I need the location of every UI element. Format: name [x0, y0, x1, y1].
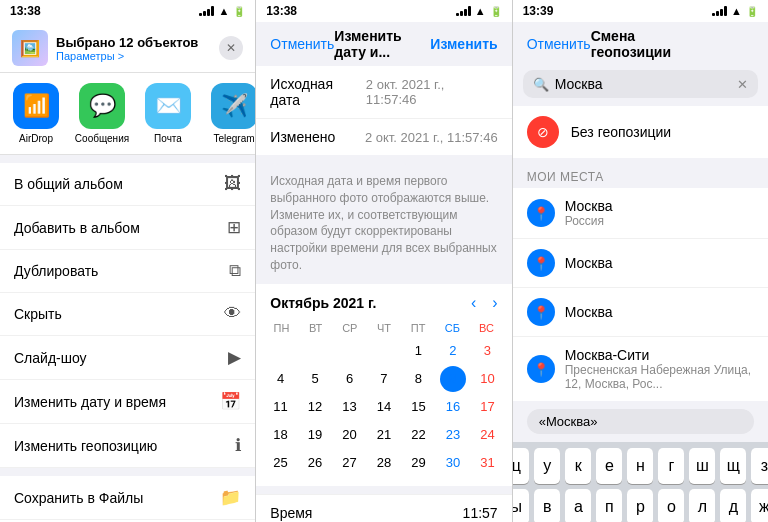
- cal-day-12[interactable]: 12: [302, 394, 328, 420]
- location-item-1[interactable]: 📍 Москва Россия: [513, 188, 768, 239]
- key-в[interactable]: в: [534, 489, 560, 522]
- location-item-3[interactable]: 📍 Москва: [513, 288, 768, 337]
- keyboard-row-2: ф ы в а п р о л д ж э: [516, 489, 765, 522]
- cal-day-17[interactable]: 17: [474, 394, 500, 420]
- share-subtitle[interactable]: Параметры >: [56, 50, 198, 62]
- cal-day-21[interactable]: 21: [371, 422, 397, 448]
- key-з[interactable]: з: [751, 448, 768, 484]
- key-к[interactable]: к: [565, 448, 591, 484]
- location-search-bar[interactable]: 🔍 Москва ✕: [523, 70, 758, 98]
- key-п[interactable]: п: [596, 489, 622, 522]
- share-app-airdrop[interactable]: 📶 AirDrop: [10, 83, 62, 144]
- mail-label: Почта: [154, 133, 182, 144]
- cal-day-22[interactable]: 22: [405, 422, 431, 448]
- cal-day-25[interactable]: 25: [268, 450, 294, 476]
- cal-day-8[interactable]: 8: [405, 366, 431, 392]
- cal-day-19[interactable]: 19: [302, 422, 328, 448]
- menu-change-geo[interactable]: Изменить геопозицию ℹ: [0, 424, 255, 468]
- cal-day-27[interactable]: 27: [337, 450, 363, 476]
- calendar-weekdays: ПН ВТ СР ЧТ ПТ СБ ВС: [264, 322, 503, 334]
- cal-day-15[interactable]: 15: [405, 394, 431, 420]
- location-cancel-button[interactable]: Отменить: [527, 36, 591, 52]
- menu-slideshow-label: Слайд-шоу: [14, 350, 87, 366]
- change-date-icon: 📅: [220, 391, 241, 412]
- query-button[interactable]: «Москва»: [527, 409, 754, 434]
- date-cancel-button[interactable]: Отменить: [270, 36, 334, 52]
- panel-share-sheet: 13:38 ▲ 🔋 🖼️ Выбрано 12 объектов Парамет…: [0, 0, 255, 522]
- share-close-button[interactable]: ✕: [219, 36, 243, 60]
- location-item-4[interactable]: 📍 Москва-Сити Пресненская Набережная Ули…: [513, 337, 768, 401]
- share-apps-row: 📶 AirDrop 💬 Сообщения ✉️ Почта ✈️ Telegr…: [0, 73, 255, 155]
- cal-day-7[interactable]: 7: [371, 366, 397, 392]
- calendar-prev-button[interactable]: ‹: [471, 294, 476, 312]
- time-value[interactable]: 11:57: [463, 505, 498, 521]
- cal-day-10[interactable]: 10: [474, 366, 500, 392]
- location-info-1: Москва Россия: [565, 198, 613, 228]
- key-д[interactable]: д: [720, 489, 746, 522]
- no-location-item[interactable]: ⊘ Без геопозиции: [513, 106, 768, 158]
- date-action-button[interactable]: Изменить: [430, 36, 497, 52]
- share-header: 🖼️ Выбрано 12 объектов Параметры > ✕: [0, 22, 255, 73]
- key-ш[interactable]: ш: [689, 448, 715, 484]
- cal-day-11[interactable]: 11: [268, 394, 294, 420]
- cal-day-4[interactable]: 4: [268, 366, 294, 392]
- share-header-left: 🖼️ Выбрано 12 объектов Параметры >: [12, 30, 198, 66]
- cal-day-29[interactable]: 29: [405, 450, 431, 476]
- menu-duplicate[interactable]: Дублировать ⧉: [0, 250, 255, 293]
- key-щ[interactable]: щ: [720, 448, 746, 484]
- cal-day-3[interactable]: 3: [474, 338, 500, 364]
- key-о[interactable]: о: [658, 489, 684, 522]
- cal-day-24[interactable]: 24: [474, 422, 500, 448]
- cal-day-5[interactable]: 5: [302, 366, 328, 392]
- menu-save-files[interactable]: Сохранить в Файлы 📁: [0, 476, 255, 520]
- share-thumb: 🖼️: [12, 30, 48, 66]
- cal-day-2[interactable]: 2: [440, 338, 466, 364]
- location-info-2: Москва: [565, 255, 613, 271]
- menu-hide[interactable]: Скрыть 👁: [0, 293, 255, 336]
- key-ж[interactable]: ж: [751, 489, 768, 522]
- telegram-label: Telegram: [213, 133, 254, 144]
- key-н[interactable]: н: [627, 448, 653, 484]
- share-app-telegram[interactable]: ✈️ Telegram: [208, 83, 255, 144]
- cal-day-20[interactable]: 20: [337, 422, 363, 448]
- menu-to-album[interactable]: В общий альбом 🖼: [0, 163, 255, 206]
- wifi-icon-1: ▲: [218, 5, 229, 17]
- calendar-header: Октябрь 2021 г. ‹ ›: [256, 284, 511, 318]
- cal-day-1[interactable]: 1: [405, 338, 431, 364]
- menu-add-to-album[interactable]: Добавить в альбом ⊞: [0, 206, 255, 250]
- share-app-messages[interactable]: 💬 Сообщения: [76, 83, 128, 144]
- key-у[interactable]: у: [534, 448, 560, 484]
- date-info-section: Исходная дата 2 окт. 2021 г., 11:57:46 И…: [256, 66, 511, 155]
- menu-to-album-label: В общий альбом: [14, 176, 123, 192]
- menu-change-date[interactable]: Изменить дату и время 📅: [0, 380, 255, 424]
- hide-icon: 👁: [224, 304, 241, 324]
- calendar-section: Октябрь 2021 г. ‹ › ПН ВТ СР ЧТ ПТ СБ ВС: [256, 284, 511, 486]
- telegram-icon: ✈️: [211, 83, 255, 129]
- cal-day-6[interactable]: 6: [337, 366, 363, 392]
- cal-day-31[interactable]: 31: [474, 450, 500, 476]
- location-sub-1: Россия: [565, 214, 613, 228]
- key-ы[interactable]: ы: [512, 489, 530, 522]
- menu-slideshow[interactable]: Слайд-шоу ▶: [0, 336, 255, 380]
- location-item-2[interactable]: 📍 Москва: [513, 239, 768, 288]
- key-г[interactable]: г: [658, 448, 684, 484]
- cal-day-28[interactable]: 28: [371, 450, 397, 476]
- search-clear-button[interactable]: ✕: [737, 77, 748, 92]
- cal-day-26[interactable]: 26: [302, 450, 328, 476]
- cal-day-9[interactable]: 9: [440, 366, 466, 392]
- cal-day-13[interactable]: 13: [337, 394, 363, 420]
- key-р[interactable]: р: [627, 489, 653, 522]
- cal-day-18[interactable]: 18: [268, 422, 294, 448]
- key-а[interactable]: а: [565, 489, 591, 522]
- key-л[interactable]: л: [689, 489, 715, 522]
- search-input-text[interactable]: Москва: [555, 76, 731, 92]
- status-bar-2: 13:38 ▲ 🔋: [256, 0, 511, 22]
- key-е[interactable]: е: [596, 448, 622, 484]
- cal-day-23[interactable]: 23: [440, 422, 466, 448]
- cal-day-14[interactable]: 14: [371, 394, 397, 420]
- key-ц[interactable]: ц: [512, 448, 530, 484]
- cal-day-30[interactable]: 30: [440, 450, 466, 476]
- calendar-next-button[interactable]: ›: [492, 294, 497, 312]
- cal-day-16[interactable]: 16: [440, 394, 466, 420]
- share-app-mail[interactable]: ✉️ Почта: [142, 83, 194, 144]
